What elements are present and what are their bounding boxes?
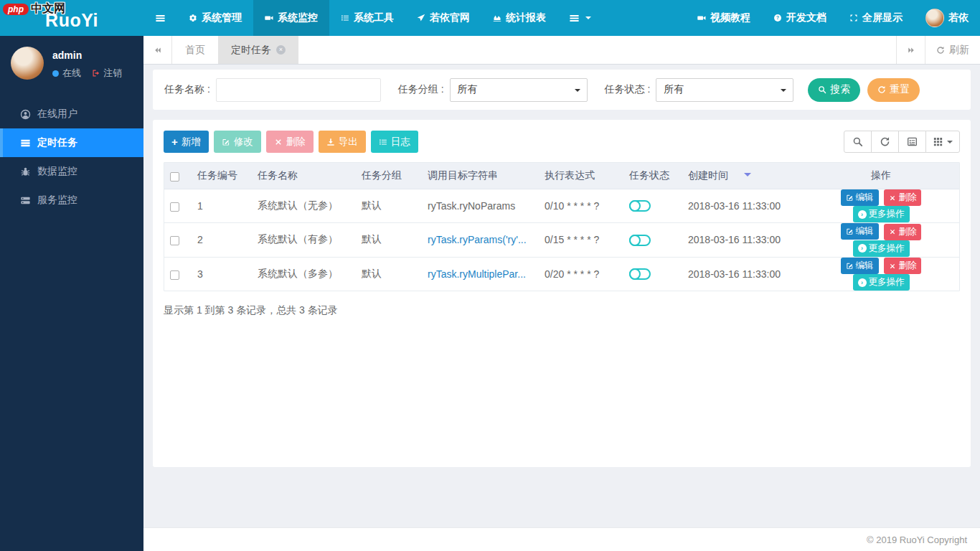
row-delete-button[interactable]: 删除 (884, 258, 921, 274)
row-checkbox[interactable] (170, 270, 179, 280)
search-button[interactable]: 搜索 (808, 78, 860, 102)
status-toggle[interactable] (629, 268, 651, 280)
x-icon (889, 263, 896, 270)
sidebar-toggle-button[interactable] (143, 0, 177, 36)
nav-statistics[interactable]: 统计报表 (481, 0, 557, 36)
nav-fullscreen[interactable]: 全屏显示 (838, 0, 914, 36)
table-search-button[interactable] (844, 131, 872, 153)
nav-system-manage[interactable]: 系统管理 (177, 0, 253, 36)
task-id: 3 (192, 257, 252, 291)
edit-button[interactable]: 修改 (214, 131, 261, 153)
chevron-down-icon (585, 17, 591, 22)
table-columns-button[interactable] (925, 131, 960, 153)
plus-icon: + (171, 136, 178, 147)
task-group-select[interactable]: 所有 (450, 78, 588, 102)
invoke-target-link[interactable]: ryTask.ryMultiplePar... (428, 268, 526, 280)
task-table-panel: + 新增 修改 删除 导出 (153, 120, 971, 467)
task-name-input[interactable] (216, 78, 381, 102)
cron-expression: 0/10 * * * * ? (539, 189, 623, 223)
invoke-target-link[interactable]: ryTask.ryParams('ry'... (428, 234, 527, 245)
status-toggle[interactable] (629, 200, 651, 212)
sidebar-item-service-monitor[interactable]: 服务监控 (0, 186, 143, 215)
nav-video-tutorial[interactable]: 视频教程 (686, 0, 762, 36)
watermark-text: 中文网 (31, 1, 65, 17)
row-edit-button[interactable]: 编辑 (841, 223, 879, 240)
log-button[interactable]: 日志 (371, 131, 418, 153)
task-status-label: 任务状态 : (605, 83, 651, 96)
reset-button[interactable]: 重置 (867, 78, 920, 102)
task-status-select[interactable]: 所有 (656, 78, 793, 102)
row-checkbox[interactable] (170, 236, 179, 245)
chevron-down-icon (947, 141, 953, 146)
sidebar-item-data-monitor[interactable]: 数据监控 (0, 157, 143, 186)
video-camera-icon (265, 14, 273, 22)
x-icon (274, 138, 283, 146)
row-delete-button[interactable]: 删除 (884, 189, 921, 206)
export-button[interactable]: 导出 (319, 131, 366, 153)
nav-label: 全屏显示 (862, 11, 903, 24)
bug-icon (20, 166, 31, 177)
nav-more-menu[interactable] (557, 0, 603, 36)
logout-link[interactable]: 注销 (92, 67, 122, 80)
nav-system-tools[interactable]: 系统工具 (329, 0, 405, 36)
detail-view-icon (907, 136, 918, 147)
tab-scheduled-tasks[interactable]: 定时任务 × (218, 36, 298, 64)
sidebar-item-label: 在线用户 (37, 108, 77, 121)
selected-option: 所有 (664, 83, 684, 96)
table-refresh-button[interactable] (871, 131, 899, 153)
refresh-label: 刷新 (949, 44, 969, 57)
avatar[interactable] (11, 47, 44, 80)
task-group: 默认 (356, 257, 422, 291)
col-create-time[interactable]: 创建时间 (682, 163, 803, 189)
sidebar-item-online-users[interactable]: 在线用户 (0, 100, 143, 128)
refresh-tab-button[interactable]: 刷新 (925, 36, 980, 64)
edit-icon (222, 138, 230, 146)
tasks-icon (20, 138, 31, 149)
tasks-table: 任务编号 任务名称 任务分组 调用目标字符串 执行表达式 任务状态 创建时间 操… (164, 162, 960, 291)
gear-icon (189, 14, 197, 22)
add-button[interactable]: + 新增 (164, 131, 209, 153)
table-detail-view-button[interactable] (898, 131, 926, 153)
delete-button[interactable]: 删除 (266, 131, 314, 153)
tab-home[interactable]: 首页 (172, 36, 218, 64)
menu-icon (155, 13, 166, 24)
avatar (925, 9, 944, 27)
row-delete-button[interactable]: 删除 (884, 224, 921, 240)
row-edit-button[interactable]: 编辑 (841, 189, 879, 206)
nav-official-site[interactable]: 若依官网 (405, 0, 481, 36)
task-name-label: 任务名称 : (164, 83, 210, 96)
search-panel: 任务名称 : 任务分组 : 所有 任务状态 : 所有 搜索 (153, 70, 971, 110)
edit-icon (846, 262, 854, 270)
edit-icon (846, 227, 854, 235)
nav-user-menu[interactable]: 若依 (914, 0, 980, 36)
toggle-knob (629, 268, 641, 280)
nav-label: 统计报表 (506, 11, 546, 24)
user-panel: admin 在线 注销 (0, 36, 143, 93)
sidebar-menu: 在线用户 定时任务 数据监控 服务监控 (0, 100, 143, 215)
sidebar-item-scheduled-tasks[interactable]: 定时任务 (0, 128, 143, 157)
sidebar-item-label: 定时任务 (37, 136, 77, 149)
tabs-scroll-right-button[interactable] (896, 36, 925, 64)
task-group: 默认 (356, 189, 422, 223)
table-header-row: 任务编号 任务名称 任务分组 调用目标字符串 执行表达式 任务状态 创建时间 操… (164, 163, 959, 189)
video-camera-icon (697, 14, 706, 22)
status-toggle[interactable] (629, 235, 651, 246)
nav-label: 视频教程 (710, 11, 750, 24)
cron-expression: 0/20 * * * * ? (539, 257, 623, 291)
refresh-icon (877, 85, 886, 94)
nav-system-monitor[interactable]: 系统监控 (253, 0, 329, 36)
row-more-button[interactable]: ›更多操作 (853, 206, 910, 222)
svg-text:?: ? (776, 15, 779, 21)
task-group-label: 任务分组 : (398, 83, 444, 96)
row-more-button[interactable]: ›更多操作 (853, 274, 910, 291)
select-all-checkbox[interactable] (170, 172, 179, 182)
row-checkbox[interactable] (170, 202, 179, 212)
toggle-knob (629, 200, 641, 212)
x-icon (889, 228, 896, 235)
nav-dev-docs[interactable]: ? 开发文档 (762, 0, 838, 36)
close-icon[interactable]: × (276, 45, 286, 55)
row-edit-button[interactable]: 编辑 (841, 258, 879, 274)
select-caret-icon (781, 89, 786, 95)
tabs-scroll-left-button[interactable] (143, 36, 172, 64)
row-more-button[interactable]: ›更多操作 (853, 240, 910, 257)
